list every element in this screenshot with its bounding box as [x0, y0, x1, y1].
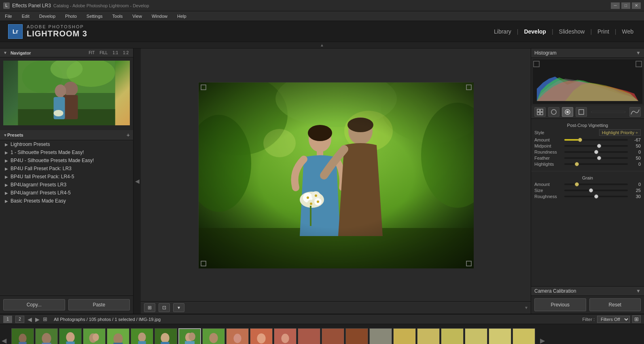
zoom-1-2[interactable]: 1:2 [122, 50, 130, 55]
nav-print[interactable]: Print [595, 27, 612, 36]
film-thumb-7[interactable] [155, 328, 177, 344]
zoom-1-1[interactable]: 1:1 [111, 50, 119, 55]
page-2-button[interactable]: 2 [15, 316, 24, 323]
preset-group-basic[interactable]: ▶ Basic Presets Made Easy [0, 197, 133, 205]
preset-group-bp4u-gram-lr3[interactable]: ▶ BP4Uagram! Presets LR3 [0, 181, 133, 189]
film-thumb-2[interactable] [35, 328, 58, 344]
film-thumb-16[interactable] [369, 328, 392, 344]
view-options-button[interactable]: ▾ [173, 303, 184, 312]
midpoint-thumb[interactable] [597, 144, 601, 148]
preset-group-bp4u-fall-lr3[interactable]: ▶ BP4U Fall Preset Pack: LR3 [0, 165, 133, 173]
highlights-track[interactable] [564, 163, 628, 165]
preset-group-lightroom[interactable]: ▶ Lightroom Presets [0, 140, 133, 148]
film-thumb-8-selected[interactable] [178, 328, 201, 344]
close-button[interactable]: ✕ [632, 2, 641, 9]
grid-icon[interactable]: ⊞ [43, 316, 47, 322]
filmstrip-next-nav[interactable]: ▶ [35, 316, 40, 323]
view-expand[interactable]: ▾ [525, 305, 527, 310]
filmstrip-scroll-left[interactable]: ◀ [0, 337, 8, 344]
preset-group-bp4u-fall-lr45[interactable]: ▶ BP4U fall Preset Pack: LR4-5 [0, 173, 133, 181]
midpoint-track[interactable] [564, 145, 628, 147]
menu-tools[interactable]: Tools [111, 13, 125, 19]
tool-slider[interactable] [591, 111, 625, 113]
navigator-toggle[interactable]: ▼ [3, 51, 7, 55]
feather-thumb[interactable] [597, 156, 601, 160]
grain-roughness-track[interactable] [564, 196, 628, 197]
feather-track[interactable] [564, 157, 628, 159]
paste-button[interactable]: Paste [68, 299, 130, 310]
amount-track[interactable] [564, 139, 628, 141]
film-thumb-10[interactable] [226, 328, 249, 344]
preset-group-bp4u-silhouette[interactable]: ▶ BP4U - Silhouette Presets Made Easy! [0, 156, 133, 165]
film-thumb-21[interactable] [489, 328, 511, 344]
svg-rect-83 [298, 329, 320, 344]
reset-button[interactable]: Reset [589, 298, 641, 311]
preset-group-bp4u-gram-lr45[interactable]: ▶ BP4Uagram! Presets LR4-5 [0, 189, 133, 197]
curve-tool-icon[interactable] [629, 107, 641, 117]
filmstrip-scroll-right[interactable]: ▶ [538, 337, 547, 344]
film-thumb-22[interactable] [513, 328, 535, 344]
presets-add-button[interactable]: + [127, 132, 130, 138]
roundness-track[interactable] [564, 151, 628, 153]
roundness-thumb[interactable] [594, 150, 598, 154]
film-thumb-20[interactable] [465, 328, 487, 344]
film-thumb-3[interactable] [59, 328, 82, 344]
film-thumb-19[interactable] [441, 328, 464, 344]
grain-amount-thumb[interactable] [575, 182, 579, 186]
menu-photo[interactable]: Photo [64, 13, 78, 19]
page-1-button[interactable]: 1 [3, 316, 12, 323]
film-thumb-15[interactable] [345, 328, 368, 344]
square-tool-icon[interactable] [576, 107, 587, 117]
histogram-toggle[interactable]: ▼ [636, 50, 641, 56]
film-thumb-13[interactable] [298, 328, 320, 344]
menu-view[interactable]: View [131, 13, 144, 19]
nav-develop[interactable]: Develop [521, 27, 548, 36]
filmstrip-prev-nav[interactable]: ◀ [28, 316, 32, 323]
filter-options-button[interactable]: ⊞ [632, 315, 641, 323]
film-thumb-11[interactable] [250, 328, 273, 344]
top-divider[interactable]: ▲ [0, 42, 644, 49]
film-thumb-6[interactable] [131, 328, 153, 344]
minimize-button[interactable]: ─ [611, 2, 620, 9]
film-thumb-5[interactable] [107, 328, 129, 344]
copy-button[interactable]: Copy... [3, 299, 65, 310]
circle-tool-icon[interactable] [548, 107, 559, 117]
highlights-thumb[interactable] [575, 162, 579, 166]
presets-toggle[interactable]: ▼ [3, 133, 7, 137]
menu-develop[interactable]: Develop [38, 13, 57, 19]
film-thumb-14[interactable] [322, 328, 344, 344]
grid-view-button[interactable]: ⊞ [144, 303, 155, 312]
menu-help[interactable]: Help [176, 13, 188, 19]
maximize-button[interactable]: □ [621, 2, 630, 9]
film-thumb-17[interactable] [393, 328, 416, 344]
preset-group-silhouette[interactable]: ▶ 1 - Silhouette Presets Made Easy! [0, 148, 133, 156]
fill-option[interactable]: FILL [98, 50, 109, 55]
grid-tool-icon[interactable] [534, 107, 546, 117]
film-thumb-18[interactable] [417, 328, 440, 344]
nav-library[interactable]: Library [491, 27, 514, 36]
grain-roughness-thumb[interactable] [594, 194, 598, 198]
fit-option[interactable]: FIT [87, 50, 96, 55]
film-thumb-4[interactable] [83, 328, 106, 344]
menu-edit[interactable]: Edit [20, 13, 31, 19]
amount-thumb[interactable] [578, 138, 582, 142]
menu-settings[interactable]: Settings [85, 13, 104, 19]
previous-button[interactable]: Previous [534, 298, 586, 311]
style-dropdown[interactable]: Highlight Priority ÷ [599, 129, 641, 136]
product-name: LIGHTROOM 3 [27, 29, 87, 38]
target-tool-icon[interactable] [562, 107, 573, 117]
film-thumb-1[interactable] [11, 328, 34, 344]
film-thumb-12[interactable] [274, 328, 297, 344]
menu-file[interactable]: File [3, 13, 14, 19]
nav-slideshow[interactable]: Slideshow [557, 27, 587, 36]
camera-cal-toggle[interactable]: ▼ [636, 288, 641, 294]
compare-view-button[interactable]: ⊡ [159, 303, 170, 312]
grain-size-thumb[interactable] [589, 188, 593, 192]
filter-dropdown[interactable]: Filters Off Flagged Unflagged Rejected [597, 316, 630, 323]
film-thumb-9[interactable] [202, 328, 225, 344]
left-panel-collapse[interactable]: ◀ [133, 49, 141, 314]
grain-size-track[interactable] [564, 190, 628, 191]
nav-web[interactable]: Web [619, 27, 636, 36]
grain-amount-track[interactable] [564, 184, 628, 185]
menu-window[interactable]: Window [150, 13, 169, 19]
